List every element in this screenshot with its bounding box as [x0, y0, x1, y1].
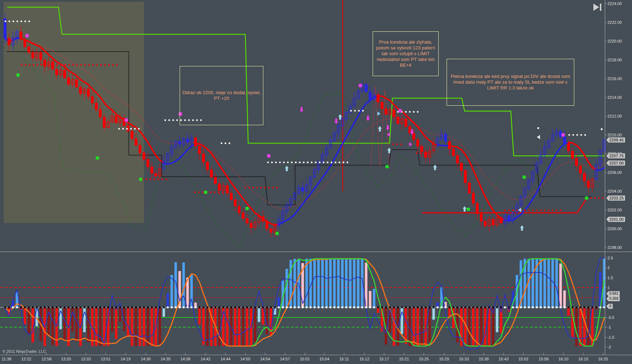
price-axis-label: 2206.00 — [607, 170, 622, 175]
time-axis-label: 15:04 — [319, 357, 329, 361]
price-axis-label: 2214.00 — [607, 95, 622, 100]
time-axis-label: 14:38 — [180, 357, 190, 361]
time-axis-label: 14:57 — [280, 357, 290, 361]
price-axis-label: 2204.00 — [607, 189, 622, 193]
time-axis-label: 14:44 — [220, 357, 231, 361]
time-axis-label: 15:33 — [459, 357, 469, 361]
copyright-text: © 2011 NinjaTrader, LLC — [3, 349, 46, 354]
time-axis-label: 14:35 — [161, 357, 171, 361]
time-axis-label: 13:51 — [101, 357, 111, 361]
price-axis-label: 2222.00 — [607, 20, 622, 25]
time-axis-label: 16:10 — [558, 357, 569, 361]
time-axis-label: 15:01 — [300, 357, 310, 361]
time-axis-label: 12:58 — [41, 357, 52, 361]
price-axis-label: 2198.00 — [607, 245, 622, 250]
time-axis-label: 14:19 — [120, 357, 131, 361]
price-axis-label: 2218.00 — [607, 58, 622, 62]
oscillator-value-tag: 0.561 — [606, 291, 620, 296]
time-axis-label: 15:38 — [479, 357, 489, 361]
price-marker-tag: 2201.00 — [606, 217, 625, 222]
go-to-end-icon[interactable] — [593, 3, 603, 12]
price-axis-label: 2216.00 — [607, 76, 622, 81]
time-axis-label: 15:11 — [339, 357, 349, 361]
oscillator-axis-label: -1 — [607, 325, 611, 329]
oscillator-axis-label: 2.5 — [607, 256, 613, 260]
price-axis-label: 2202.00 — [607, 208, 622, 212]
price-axis-label: 2224.00 — [607, 1, 622, 6]
chart-note-text: Odraz ok 2200, nieje co dodat, vysiel, P… — [182, 90, 261, 101]
time-axis-label: 15:29 — [439, 357, 449, 361]
time-axis-label: 15:43 — [499, 357, 509, 361]
chart-note-text: Pekna korekcia ale ked prvy signal po DI… — [449, 74, 572, 91]
oscillator-axis-label: 1.5 — [607, 276, 613, 280]
time-axis-label: 15:17 — [379, 357, 389, 361]
oscillator-axis-label: -2 — [607, 345, 611, 349]
time-axis-label: 14:42 — [201, 357, 211, 361]
oscillator-axis-label: -0.5 — [607, 315, 614, 320]
ninjatrader-chart-window: Prva korekcia ale zlyhala, potom sa vytv… — [0, 0, 632, 364]
oscillator-axis-label: 2 — [607, 266, 610, 270]
price-marker-tag: 2207.00 — [606, 161, 625, 166]
time-axis-label: 15:12 — [359, 357, 369, 361]
time-axis-label: 16:15 — [578, 357, 588, 361]
time-axis-label: 13:20 — [61, 357, 71, 361]
price-chart-canvas[interactable] — [0, 0, 632, 364]
price-marker-tag: 2209.45 — [606, 137, 625, 143]
price-axis-label: 2200.00 — [607, 227, 622, 231]
time-axis-label: 14:54 — [260, 357, 270, 361]
time-axis-label: 12:22 — [21, 357, 31, 361]
time-axis-label: 15:21 — [399, 357, 409, 361]
chart-note-box-2[interactable]: Odraz ok 2200, nieje co dodat, vysiel, P… — [180, 66, 263, 125]
time-axis-label: 14:50 — [240, 357, 250, 361]
time-axis-label: 15:52 — [518, 357, 528, 361]
chart-note-box-3[interactable]: Pekna korekcia ale ked prvy signal po DI… — [447, 59, 574, 106]
oscillator-axis-label: 1 — [607, 285, 610, 290]
oscillator-value-tag: 0.359 — [606, 296, 620, 301]
time-axis-label: 13:33 — [81, 357, 91, 361]
price-marker-tag: 2203.25 — [606, 196, 625, 201]
chart-note-box-1[interactable]: Prva korekcia ale zlyhala, potom sa vytv… — [373, 31, 439, 76]
time-axis-label: 16:25 — [598, 357, 608, 361]
price-axis-label: 2212.00 — [607, 114, 622, 118]
time-axis-label: 15:25 — [419, 357, 429, 361]
oscillator-axis-label: -1.5 — [607, 335, 614, 339]
price-axis-label: 2220.00 — [607, 39, 622, 43]
price-axis-label: 2210.00 — [607, 133, 622, 137]
chart-note-text: Prva korekcia ale zlyhala, potom sa vytv… — [375, 39, 436, 68]
price-marker-tag: 2207.75 — [606, 153, 625, 159]
time-axis-label: 15:58 — [539, 357, 549, 361]
time-axis-label: 11:38 — [2, 357, 12, 361]
time-axis-label: 14:30 — [141, 357, 151, 361]
